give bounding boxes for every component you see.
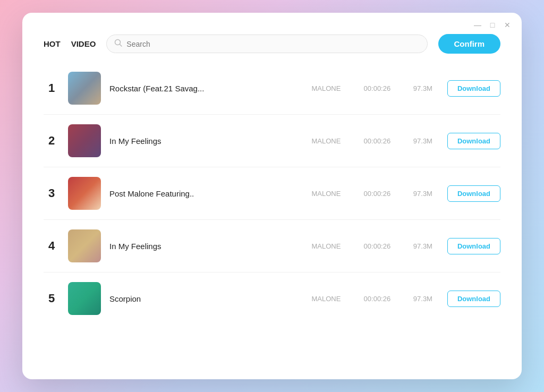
track-title: In My Feelings — [109, 137, 296, 146]
download-button[interactable]: Download — [447, 185, 500, 202]
track-thumbnail — [68, 124, 101, 157]
track-duration: 00:00:26 — [356, 295, 398, 303]
app-window: — □ ✕ HOT VIDEO Confirm 1 Rockstar (Feat… — [22, 13, 522, 379]
track-artist: MALONE — [305, 137, 347, 145]
track-rank: 1 — [44, 81, 60, 95]
minimize-button[interactable]: — — [474, 21, 481, 29]
track-thumbnail — [68, 229, 101, 262]
track-filesize: 97.3M — [407, 84, 439, 92]
track-artist: MALONE — [305, 84, 347, 92]
track-artist: MALONE — [305, 190, 347, 198]
thumb-figure — [68, 282, 101, 315]
track-title: In My Feelings — [109, 242, 296, 251]
track-artist: MALONE — [305, 242, 347, 250]
track-list: 1 Rockstar (Feat.21 Savag... MALONE 00:0… — [22, 62, 522, 379]
track-filesize: 97.3M — [407, 137, 439, 145]
list-item: 5 Scorpion MALONE 00:00:26 97.3M Downloa… — [44, 272, 500, 325]
list-item: 2 In My Feelings MALONE 00:00:26 97.3M D… — [44, 115, 500, 167]
track-duration: 00:00:26 — [356, 84, 398, 92]
download-button[interactable]: Download — [447, 238, 500, 254]
thumb-figure — [68, 72, 101, 105]
track-rank: 4 — [44, 239, 60, 253]
track-thumbnail — [68, 72, 101, 105]
track-thumbnail — [68, 177, 101, 210]
track-duration: 00:00:26 — [356, 137, 398, 145]
search-icon — [114, 39, 122, 49]
track-filesize: 97.3M — [407, 295, 439, 303]
toolbar: HOT VIDEO Confirm — [22, 29, 522, 62]
track-title: Post Malone Featuring.. — [109, 189, 296, 198]
download-button[interactable]: Download — [447, 80, 500, 97]
track-filesize: 97.3M — [407, 242, 439, 250]
list-item: 3 Post Malone Featuring.. MALONE 00:00:2… — [44, 167, 500, 220]
search-box — [106, 35, 427, 53]
track-artist: MALONE — [305, 295, 347, 303]
confirm-button[interactable]: Confirm — [438, 34, 501, 54]
track-filesize: 97.3M — [407, 190, 439, 198]
title-bar: — □ ✕ — [22, 13, 522, 29]
tab-video[interactable]: VIDEO — [71, 37, 96, 50]
list-item: 1 Rockstar (Feat.21 Savag... MALONE 00:0… — [44, 62, 500, 115]
track-thumbnail — [68, 282, 101, 315]
download-button[interactable]: Download — [447, 291, 500, 307]
thumb-figure — [68, 229, 101, 262]
track-rank: 3 — [44, 186, 60, 200]
track-rank: 5 — [44, 292, 60, 305]
svg-line-1 — [120, 45, 122, 47]
close-button[interactable]: ✕ — [504, 21, 511, 29]
track-rank: 2 — [44, 134, 60, 148]
thumb-figure — [68, 124, 101, 157]
tab-hot[interactable]: HOT — [44, 37, 61, 50]
maximize-button[interactable]: □ — [489, 21, 496, 29]
track-duration: 00:00:26 — [356, 242, 398, 250]
download-button[interactable]: Download — [447, 133, 500, 149]
track-title: Rockstar (Feat.21 Savag... — [109, 84, 296, 93]
track-duration: 00:00:26 — [356, 190, 398, 198]
search-input[interactable] — [126, 40, 419, 48]
thumb-figure — [68, 177, 101, 210]
track-title: Scorpion — [109, 294, 296, 303]
list-item: 4 In My Feelings MALONE 00:00:26 97.3M D… — [44, 220, 500, 272]
